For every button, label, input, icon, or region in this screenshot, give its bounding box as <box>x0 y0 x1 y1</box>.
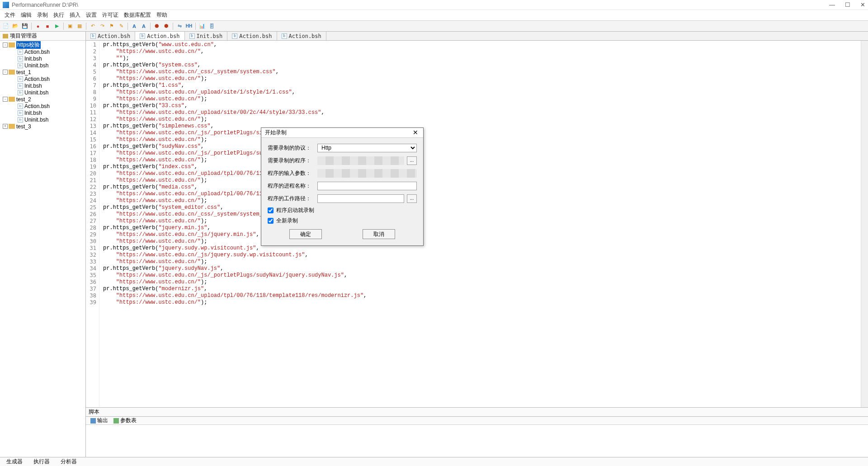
tb-bpclear-icon[interactable]: ⬢ <box>162 22 170 30</box>
dialog-close-icon[interactable]: ✕ <box>411 129 420 137</box>
folder-icon <box>3 34 8 38</box>
tb-save-icon[interactable]: 💾 <box>21 22 29 30</box>
tb-flag-icon[interactable]: ⚑ <box>108 22 116 30</box>
editor-tab[interactable]: bAction.bsh <box>277 32 326 40</box>
file-icon: b <box>18 49 23 55</box>
tb-hh-icon[interactable]: HH <box>185 22 193 30</box>
protocol-select[interactable]: Http <box>317 144 417 152</box>
editor-tab[interactable]: bAction.bsh <box>86 32 135 40</box>
menu-8[interactable]: 帮助 <box>154 10 170 20</box>
menu-3[interactable]: 执行 <box>51 10 67 20</box>
file-icon: b <box>232 33 237 39</box>
tb-open-icon[interactable]: 📂 <box>11 22 19 30</box>
status-tab-1[interactable]: 执行器 <box>31 457 52 466</box>
tree-node[interactable]: bInit.bsh <box>0 55 85 62</box>
menu-5[interactable]: 设置 <box>83 10 99 20</box>
sidebar-header: 项目管理器 <box>0 32 85 41</box>
editor-pane: bAction.bshbAction.bshbInit.bshbAction.b… <box>86 32 868 457</box>
vertical-scrollbar[interactable] <box>861 41 868 407</box>
workdir-input[interactable] <box>317 194 404 203</box>
tb-redo-icon[interactable]: ↷ <box>98 22 106 30</box>
program-field[interactable] <box>317 156 404 165</box>
tb-step-icon[interactable]: ▣ <box>66 22 74 30</box>
tree-node[interactable]: bUninit.bsh <box>0 89 85 96</box>
editor-tab[interactable]: bInit.bsh <box>185 32 228 40</box>
expand-icon[interactable]: - <box>3 42 8 47</box>
editor-tab[interactable]: bAction.bsh <box>135 32 184 40</box>
tb-chart-icon[interactable]: 📊 <box>198 22 206 30</box>
menu-1[interactable]: 编辑 <box>18 10 34 20</box>
folder-icon <box>9 97 15 102</box>
tree-node[interactable]: +test_3 <box>0 123 85 130</box>
tree-label: test_3 <box>16 123 31 130</box>
fresh-record-checkbox[interactable] <box>268 218 274 224</box>
args-label: 程序的输入参数： <box>268 169 317 177</box>
tree-node[interactable]: bAction.bsh <box>0 75 85 82</box>
line-gutter: 1234567891011121314151617181920212223242… <box>86 41 99 407</box>
workdir-browse-button[interactable]: ... <box>407 194 417 203</box>
output-tab[interactable]: 输出 <box>89 417 110 424</box>
file-icon: b <box>140 33 145 39</box>
close-button[interactable]: ✕ <box>860 1 865 8</box>
tab-label: Action.bsh <box>289 33 321 39</box>
args-field[interactable] <box>317 169 417 178</box>
tree-node[interactable]: -https校验 <box>0 42 85 48</box>
status-tab-2[interactable]: 分析器 <box>58 457 80 466</box>
project-tree[interactable]: -https校验bAction.bshbInit.bshbUninit.bsh-… <box>0 41 85 457</box>
expand-icon[interactable]: - <box>3 70 8 75</box>
start-record-dialog: 开始录制 ✕ 需要录制的协议： Http 需要录制的程序： ... 程序的输入参… <box>261 127 424 246</box>
minimize-button[interactable]: — <box>829 1 835 8</box>
tree-node[interactable]: bInit.bsh <box>0 109 85 116</box>
file-icon: b <box>282 33 287 39</box>
menu-7[interactable]: 数据库配置 <box>121 10 154 20</box>
ok-button[interactable]: 确定 <box>289 229 322 239</box>
fresh-record-label: 全新录制 <box>276 217 298 225</box>
maximize-button[interactable]: ☐ <box>845 1 850 8</box>
tb-play-icon[interactable]: ▶ <box>53 22 61 30</box>
expand-icon <box>12 90 17 95</box>
menu-2[interactable]: 录制 <box>34 10 51 20</box>
tb-new-icon[interactable]: 📄 <box>2 22 10 30</box>
tb-bp-icon[interactable]: ⬣ <box>153 22 161 30</box>
expand-icon <box>12 76 17 81</box>
tree-node[interactable]: bAction.bsh <box>0 48 85 55</box>
code-editor[interactable]: pr.https_getVerb("www.ustc.edu.cn", "htt… <box>99 41 861 407</box>
program-browse-button[interactable]: ... <box>407 156 417 165</box>
expand-icon[interactable]: - <box>3 97 8 102</box>
editor-tab[interactable]: bAction.bsh <box>227 32 277 40</box>
procname-label: 程序的进程名称： <box>268 182 317 190</box>
tb-text-icon[interactable]: A <box>130 22 138 30</box>
menu-4[interactable]: 插入 <box>67 10 83 20</box>
params-tab[interactable]: 参数表 <box>112 417 138 424</box>
tb-compare-icon[interactable]: ⇋ <box>175 22 184 30</box>
menu-6[interactable]: 许可证 <box>99 10 121 20</box>
tree-node[interactable]: bInit.bsh <box>0 82 85 89</box>
tree-node[interactable]: -test_1 <box>0 69 85 75</box>
tb-record-icon[interactable]: ● <box>34 22 42 30</box>
cancel-button[interactable]: 取消 <box>363 229 395 239</box>
tab-label: Init.bsh <box>197 33 223 39</box>
procname-input[interactable] <box>317 182 417 190</box>
file-icon: b <box>18 104 23 109</box>
tree-node[interactable]: -test_2 <box>0 96 85 103</box>
expand-icon <box>12 63 17 68</box>
tb-stop-icon[interactable]: ■ <box>43 22 52 30</box>
script-tab-bar: 脚本 <box>86 407 868 416</box>
expand-icon[interactable]: + <box>3 124 8 129</box>
startup-record-checkbox[interactable] <box>268 207 274 213</box>
tb-stepover-icon[interactable]: ▦ <box>75 22 84 30</box>
file-icon: b <box>18 83 23 89</box>
expand-icon <box>12 117 17 122</box>
tree-node[interactable]: bUninit.bsh <box>0 62 85 69</box>
tb-font-icon[interactable]: A <box>140 22 148 30</box>
tree-node[interactable]: bAction.bsh <box>0 103 85 109</box>
tb-wand-icon[interactable]: ✎ <box>117 22 125 30</box>
file-icon: b <box>18 63 23 68</box>
tb-undo-icon[interactable]: ↶ <box>89 22 97 30</box>
tb-db-icon[interactable]: 🗄 <box>208 22 216 30</box>
menu-0[interactable]: 文件 <box>2 10 18 20</box>
status-tab-0[interactable]: 生成器 <box>4 457 25 466</box>
output-icon <box>90 418 96 424</box>
tree-node[interactable]: bUninit.bsh <box>0 116 85 123</box>
script-tab[interactable]: 脚本 <box>89 408 99 416</box>
